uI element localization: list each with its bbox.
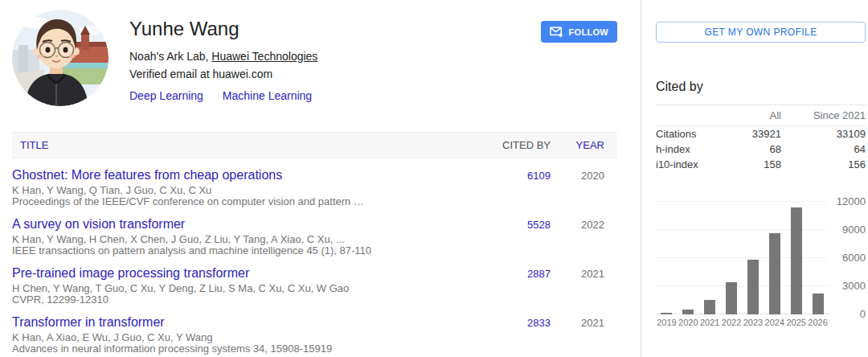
publication-row: Ghostnet: More features from cheap opera… (12, 158, 617, 207)
sort-by-year[interactable]: YEAR (561, 139, 617, 151)
publication-title[interactable]: A survey on vision transformer (12, 217, 493, 231)
stats-label: Citations (656, 128, 713, 140)
chart-bar-2025[interactable] (791, 207, 802, 314)
cited-by-count[interactable]: 2887 (493, 266, 561, 306)
affiliation-text: Noah's Ark Lab, (129, 50, 211, 63)
publication-year: 2021 (561, 266, 617, 306)
research-tags: Deep Learning Machine Learning (129, 89, 317, 102)
verified-email: Verified email at huawei.com (129, 68, 317, 80)
chart-bar-slot (807, 202, 829, 314)
tag-deep-learning[interactable]: Deep Learning (129, 89, 203, 102)
chart-bar-2026[interactable] (813, 293, 824, 314)
avatar-illustration (12, 10, 108, 106)
chart-bar-slot (785, 202, 807, 314)
chart-bar-slot (699, 202, 721, 314)
citations-per-year-chart: 20192020202120222023202420252026 0300060… (656, 202, 866, 327)
stats-value-all[interactable]: 33921 (713, 128, 781, 140)
chart-bar-2022[interactable] (726, 282, 737, 314)
cited-by-count[interactable]: 6109 (493, 168, 561, 207)
cited-by-count[interactable]: 2833 (493, 315, 561, 355)
profile-name: Yunhe Wang (129, 18, 317, 40)
chart-xtick-label: 2019 (656, 318, 678, 327)
publication-main: Transformer in transformer K Han, A Xiao… (12, 315, 493, 355)
chart-ytick-label: 3000 (842, 281, 866, 292)
stats-header-row: All Since 2021 (656, 105, 866, 126)
profile-info: Yunhe Wang Noah's Ark Lab, Huawei Techno… (129, 10, 317, 106)
chart-xtick-label: 2025 (785, 318, 807, 327)
chart-bar-2021[interactable] (704, 300, 715, 314)
stats-label: i10-index (656, 158, 713, 170)
chart-xtick-label: 2026 (807, 318, 829, 327)
stats-row-i10-index: i10-index 158 156 (656, 157, 866, 172)
chart-y-labels: 030006000900012000 (829, 202, 866, 314)
stats-row-h-index: h-index 68 64 (656, 142, 866, 157)
main-column: Yunhe Wang Noah's Ark Lab, Huawei Techno… (0, 0, 641, 357)
chart-ytick-label: 0 (860, 309, 866, 320)
get-my-own-profile-button[interactable]: GET MY OWN PROFILE (656, 22, 866, 43)
publication-main: Ghostnet: More features from cheap opera… (12, 168, 493, 207)
cited-by-count[interactable]: 5528 (493, 217, 561, 256)
chart-bar-slot (743, 202, 764, 314)
publication-year: 2020 (561, 168, 617, 207)
publication-authors: H Chen, Y Wang, T Guo, C Xu, Y Deng, Z L… (12, 283, 493, 294)
follow-button[interactable]: FOLLOW (541, 21, 617, 43)
stats-value-since[interactable]: 156 (781, 158, 866, 170)
chart-x-labels: 20192020202120222023202420252026 (656, 318, 829, 327)
chart-bar-2023[interactable] (747, 260, 759, 314)
chart-bar-2020[interactable] (682, 310, 694, 314)
publication-year: 2021 (561, 315, 617, 355)
cited-by-panel: GET MY OWN PROFILE Cited by All Since 20… (641, 0, 868, 357)
chart-xtick-label: 2023 (743, 318, 764, 327)
publication-venue: CVPR, 12299-12310 (12, 294, 493, 306)
publication-main: A survey on vision transformer K Han, Y … (12, 217, 493, 256)
chart-bar-2019[interactable] (661, 313, 672, 314)
chart-plot-area: 20192020202120222023202420252026 (656, 202, 829, 327)
affiliation: Noah's Ark Lab, Huawei Technologies (129, 50, 317, 63)
stats-value-all[interactable]: 158 (713, 158, 781, 170)
profile-header: Yunhe Wang Noah's Ark Lab, Huawei Techno… (12, 10, 617, 106)
citation-stats-table: All Since 2021 Citations 33921 33109 h-i… (656, 105, 866, 172)
chart-bar-2024[interactable] (769, 233, 780, 314)
follow-label: FOLLOW (569, 27, 608, 37)
chart-plot (656, 202, 829, 314)
chart-ytick-label: 9000 (842, 224, 866, 236)
chart-xtick-label: 2020 (678, 318, 699, 327)
chart-ytick-label: 12000 (837, 196, 866, 207)
publication-venue: IEEE transactions on pattern analysis an… (12, 245, 493, 256)
publication-main: Pre-trained image processing transformer… (12, 266, 493, 306)
publication-authors: K Han, Y Wang, Q Tian, J Guo, C Xu, C Xu (12, 185, 493, 196)
publications-header: TITLE CITED BY YEAR (12, 132, 617, 158)
publication-venue: Advances in neural information processin… (12, 343, 493, 355)
chart-bar-slot (678, 202, 699, 314)
publication-venue: Proceedings of the IEEE/CVF conference o… (12, 196, 493, 207)
sort-by-title[interactable]: TITLE (12, 139, 493, 151)
stats-value-since[interactable]: 33109 (781, 128, 866, 140)
stats-label: h-index (656, 143, 713, 155)
chart-bars (656, 202, 829, 314)
cited-by-heading: Cited by (656, 80, 866, 94)
publication-row: A survey on vision transformer K Han, Y … (12, 207, 617, 256)
affiliation-link[interactable]: Huawei Technologies (211, 50, 317, 63)
chart-bar-slot (656, 202, 678, 314)
publication-authors: K Han, A Xiao, E Wu, J Guo, C Xu, Y Wang (12, 332, 493, 343)
publication-row: Transformer in transformer K Han, A Xiao… (12, 306, 617, 355)
chart-ytick-label: 6000 (842, 252, 866, 264)
chart-bar-slot (721, 202, 743, 314)
chart-xtick-label: 2022 (721, 318, 743, 327)
publication-year: 2022 (561, 217, 617, 256)
envelope-plus-icon (550, 27, 563, 38)
publication-title[interactable]: Transformer in transformer (12, 315, 493, 329)
chart-bar-slot (764, 202, 785, 314)
publication-row: Pre-trained image processing transformer… (12, 256, 617, 306)
publication-authors: K Han, Y Wang, H Chen, X Chen, J Guo, Z … (12, 234, 493, 245)
stats-col-since: Since 2021 (781, 109, 866, 121)
stats-col-all: All (713, 109, 781, 121)
stats-value-since[interactable]: 64 (781, 143, 866, 155)
avatar (12, 10, 108, 106)
tag-machine-learning[interactable]: Machine Learning (223, 89, 312, 102)
stats-row-citations: Citations 33921 33109 (656, 126, 866, 142)
chart-xtick-label: 2021 (699, 318, 721, 327)
stats-value-all[interactable]: 68 (713, 143, 781, 155)
publication-title[interactable]: Pre-trained image processing transformer (12, 266, 493, 280)
publication-title[interactable]: Ghostnet: More features from cheap opera… (12, 168, 493, 182)
